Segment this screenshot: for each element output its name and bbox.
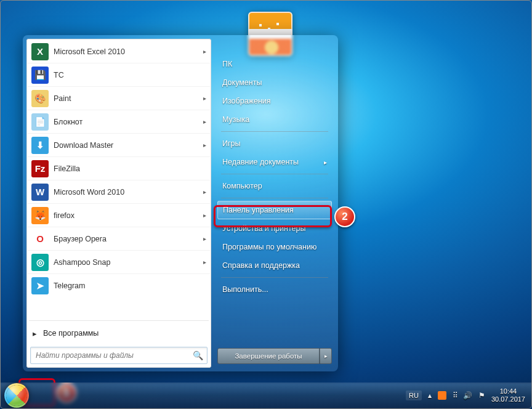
app-label: firefox — [54, 211, 75, 220]
app-label: Microsoft Excel 2010 — [54, 47, 125, 56]
right-item-label: Справка и поддержка — [222, 261, 300, 270]
show-hidden-icons[interactable]: ▴ — [428, 391, 432, 400]
app-label: Telegram — [54, 281, 85, 290]
start-menu: XMicrosoft Excel 2010▸💾TC🎨Paint▸📄Блокнот… — [23, 35, 338, 371]
app-label: TC — [54, 71, 64, 79]
submenu-arrow-icon: ▸ — [203, 235, 206, 242]
arrow-right-icon: ▸ — [33, 329, 37, 338]
search-icon: 🔍 — [193, 350, 203, 360]
submenu-arrow-icon: ▸ — [324, 159, 327, 166]
callout-badge-2: 2 — [334, 206, 355, 227]
submenu-arrow-icon: ▸ — [203, 188, 206, 195]
right-item-музыка[interactable]: Музыка — [217, 110, 332, 129]
right-item-программы-по-умолчанию[interactable]: Программы по умолчанию — [217, 238, 332, 256]
submenu-arrow-icon: ▸ — [203, 142, 206, 148]
right-item-label: Программы по умолчанию — [222, 243, 316, 251]
right-item-выполнить...[interactable]: Выполнить... — [217, 280, 332, 299]
app-item-telegram[interactable]: ➤Telegram — [28, 274, 210, 298]
app-item-snap[interactable]: ◎Ashampoo Snap▸ — [28, 251, 210, 274]
language-indicator[interactable]: RU — [406, 391, 422, 400]
volume-icon[interactable]: 🔊 — [463, 391, 472, 400]
right-item-label: Документы — [222, 78, 262, 87]
right-item-label: Изображения — [222, 97, 271, 105]
shutdown-group: Завершение работы ▸ — [217, 348, 332, 364]
app-item-tc[interactable]: 💾TC — [28, 63, 210, 87]
start-menu-left-pane: XMicrosoft Excel 2010▸💾TC🎨Paint▸📄Блокнот… — [26, 39, 211, 368]
submenu-arrow-icon: ▸ — [203, 48, 206, 55]
all-programs-button[interactable]: ▸ Все программы — [28, 323, 210, 343]
right-item-label: Музыка — [222, 115, 249, 124]
right-item-компьютер[interactable]: Компьютер — [217, 177, 332, 195]
taskbar: RU ▴ ⠿ 🔊 ⚑ 10:44 30.07.2017 — [1, 383, 531, 408]
right-item-label: Недавние документы — [222, 158, 299, 166]
start-button[interactable] — [4, 383, 29, 408]
right-item-label: Игры — [222, 139, 240, 148]
separator — [29, 320, 209, 321]
right-item-label: Выполнить... — [222, 285, 268, 294]
excel-icon: X — [31, 43, 49, 60]
snap-icon: ◎ — [31, 254, 49, 271]
filezilla-icon: Fz — [31, 160, 49, 177]
notepad-icon: 📄 — [31, 113, 49, 131]
submenu-arrow-icon: ▸ — [203, 95, 206, 102]
separator — [221, 198, 328, 198]
app-label: Microsoft Word 2010 — [54, 188, 124, 196]
app-item-filezilla[interactable]: FzFileZilla — [28, 157, 210, 180]
submenu-arrow-icon: ▸ — [203, 118, 206, 125]
shutdown-options-button[interactable]: ▸ — [320, 348, 332, 364]
app-label: Download Master — [54, 141, 113, 150]
firefox-icon: 🦊 — [31, 207, 49, 224]
right-item-игры[interactable]: Игры — [217, 134, 332, 153]
right-item-документы[interactable]: Документы — [217, 73, 332, 92]
dm-icon: ⬇ — [31, 137, 49, 154]
app-label: Ashampoo Snap — [54, 258, 110, 267]
app-item-paint[interactable]: 🎨Paint▸ — [28, 87, 210, 110]
clock[interactable]: 10:44 30.07.2017 — [491, 387, 525, 403]
separator — [221, 174, 328, 174]
clock-time: 10:44 — [491, 387, 525, 395]
app-item-opera[interactable]: OБраузер Opera▸ — [28, 227, 210, 251]
pinned-apps-list: XMicrosoft Excel 2010▸💾TC🎨Paint▸📄Блокнот… — [28, 40, 210, 318]
app-item-firefox[interactable]: 🦊firefox▸ — [28, 204, 210, 227]
system-tray: RU ▴ ⠿ 🔊 ⚑ 10:44 30.07.2017 — [406, 387, 528, 403]
right-item-изображения[interactable]: Изображения — [217, 92, 332, 110]
app-label: FileZilla — [54, 164, 80, 173]
separator — [221, 277, 328, 278]
app-item-dm[interactable]: ⬇Download Master▸ — [28, 134, 210, 157]
right-item-устройства-и-принтеры[interactable]: Устройства и принтеры — [217, 219, 332, 238]
right-item-label: ПК — [222, 60, 232, 68]
shutdown-label: Завершение работы — [235, 352, 302, 360]
right-item-недавние-документы[interactable]: Недавние документы▸ — [217, 153, 332, 171]
app-label: Блокнот — [54, 118, 83, 126]
submenu-arrow-icon: ▸ — [203, 212, 206, 219]
right-item-label: Панель управления — [223, 206, 294, 214]
shutdown-button[interactable]: Завершение работы — [217, 348, 320, 364]
tray-app-icon[interactable] — [438, 391, 446, 400]
clock-date: 30.07.2017 — [491, 395, 525, 403]
word-icon: W — [31, 184, 49, 201]
badge-number: 2 — [342, 211, 347, 223]
right-item-справка-и-поддержка[interactable]: Справка и поддержка — [217, 256, 332, 275]
network-icon[interactable]: ⠿ — [453, 391, 457, 400]
desktop: XMicrosoft Excel 2010▸💾TC🎨Paint▸📄Блокнот… — [1, 1, 531, 408]
search-box[interactable]: 🔍 — [30, 347, 208, 364]
action-center-icon[interactable]: ⚑ — [478, 391, 485, 400]
right-item-label: Компьютер — [222, 182, 262, 190]
submenu-arrow-icon: ▸ — [203, 259, 206, 265]
paint-icon: 🎨 — [31, 90, 49, 107]
start-menu-right-pane: ПКДокументыИзображенияМузыкаИгрыНедавние… — [211, 39, 334, 368]
tc-icon: 💾 — [31, 67, 49, 84]
app-item-word[interactable]: WMicrosoft Word 2010▸ — [28, 180, 210, 204]
right-item-пк[interactable]: ПК — [217, 55, 332, 73]
search-input[interactable] — [31, 347, 207, 363]
app-label: Paint — [54, 94, 71, 103]
right-item-панель-управления[interactable]: Панель управления — [217, 201, 332, 219]
telegram-icon: ➤ — [31, 277, 49, 294]
app-item-excel[interactable]: XMicrosoft Excel 2010▸ — [28, 40, 210, 63]
all-programs-label: Все программы — [43, 329, 99, 338]
right-item-label: Устройства и принтеры — [222, 224, 305, 233]
app-item-notepad[interactable]: 📄Блокнот▸ — [28, 110, 210, 134]
separator — [221, 131, 328, 132]
app-label: Браузер Opera — [54, 235, 107, 243]
opera-icon: O — [31, 230, 49, 248]
